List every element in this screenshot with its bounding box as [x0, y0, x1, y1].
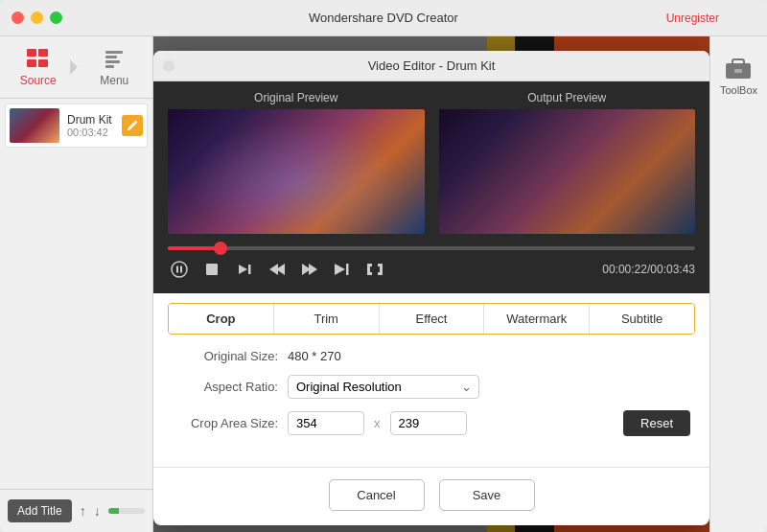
minimize-button[interactable] — [31, 12, 43, 24]
original-size-label: Original Size: — [173, 349, 278, 363]
svg-marker-12 — [239, 265, 247, 274]
aspect-ratio-row: Aspect Ratio: Original Resolution 16:9 4… — [173, 375, 690, 399]
menu-label: Menu — [100, 74, 128, 87]
top-nav: Source Menu — [0, 36, 152, 99]
output-video-content — [439, 109, 696, 234]
svg-rect-4 — [105, 51, 123, 54]
original-size-row: Original Size: 480 * 270 — [173, 349, 690, 363]
window-controls — [12, 12, 62, 24]
svg-marker-17 — [309, 264, 317, 275]
crop-height-input[interactable] — [390, 411, 467, 435]
scrubber-fill — [168, 246, 221, 250]
skip-end-icon — [334, 263, 351, 276]
bottom-bar: Add Title ↑ ↓ — [0, 489, 152, 532]
tab-effect[interactable]: Effect — [380, 304, 485, 334]
timeline-area: 00:00:22/00:03:43 — [153, 239, 709, 293]
forward-button[interactable] — [298, 258, 321, 281]
modal-overlay: Video Editor - Drum Kit Original Preview… — [153, 36, 709, 532]
svg-rect-22 — [734, 69, 742, 73]
progress-bar-container — [108, 508, 145, 514]
left-sidebar: Source Menu — [0, 36, 153, 532]
pause-icon — [171, 261, 188, 278]
dialog-title: Video Editor - Drum Kit — [368, 58, 496, 73]
center-content: Video Editor - Drum Kit Original Preview… — [153, 36, 709, 532]
unregister-button[interactable]: Unregister — [666, 12, 719, 25]
scrubber-track[interactable] — [168, 246, 695, 250]
preview-area: Original Preview Output Preview — [153, 81, 709, 239]
svg-rect-6 — [105, 60, 120, 63]
svg-rect-2 — [27, 59, 36, 67]
list-item[interactable]: Drum Kit 00:03:42 — [5, 104, 148, 148]
svg-rect-9 — [176, 266, 178, 273]
output-preview-section: Output Preview — [439, 91, 696, 234]
rewind-button[interactable] — [266, 258, 289, 281]
next-frame-icon — [236, 261, 253, 278]
dialog-close[interactable] — [163, 60, 174, 72]
right-sidebar: ToolBox — [709, 36, 767, 532]
stop-button[interactable] — [200, 258, 223, 281]
svg-rect-5 — [105, 56, 117, 58]
reset-button[interactable]: Reset — [623, 410, 690, 436]
tabs-row: Crop Trim Effect Watermark Subtitle — [168, 303, 695, 335]
original-preview-section: Original Preview — [168, 91, 425, 234]
svg-rect-11 — [206, 264, 218, 275]
scrubber-thumb[interactable] — [214, 242, 227, 255]
app-window: Wondershare DVD Creator Unregister Sourc… — [0, 0, 767, 532]
playback-controls: 00:00:22/00:03:43 — [168, 258, 695, 289]
svg-rect-1 — [38, 49, 48, 57]
source-label: Source — [20, 74, 57, 87]
time-display: 00:00:22/00:03:43 — [602, 263, 695, 276]
cancel-button[interactable]: Cancel — [329, 479, 425, 511]
toolbox-label: ToolBox — [720, 84, 757, 96]
crop-tab-content: Original Size: 480 * 270 Aspect Ratio: O… — [153, 335, 709, 462]
tab-subtitle[interactable]: Subtitle — [590, 304, 694, 334]
expand-button[interactable] — [363, 258, 386, 281]
unregister-label: Unregister — [666, 12, 719, 25]
aspect-ratio-select[interactable]: Original Resolution 16:9 4:3 1:1 — [288, 375, 479, 399]
crop-separator: x — [374, 416, 381, 430]
tab-trim[interactable]: Trim — [274, 304, 380, 334]
original-video-content — [168, 109, 425, 234]
toolbox-item[interactable]: ToolBox — [716, 46, 761, 104]
tab-crop[interactable]: Crop — [169, 304, 274, 334]
nav-menu[interactable]: Menu — [77, 36, 153, 98]
output-preview-label: Output Preview — [527, 91, 606, 104]
original-preview-video — [168, 109, 425, 234]
svg-rect-13 — [248, 265, 251, 274]
original-preview-label: Original Preview — [254, 91, 337, 104]
svg-rect-3 — [38, 59, 48, 67]
progress-bar-fill — [108, 508, 119, 514]
close-button[interactable] — [12, 12, 24, 24]
down-arrow-button[interactable]: ↓ — [94, 503, 101, 519]
source-icon — [25, 47, 52, 70]
crop-width-input[interactable] — [288, 411, 364, 435]
app-title: Wondershare DVD Creator — [309, 11, 458, 25]
svg-rect-19 — [346, 264, 349, 275]
maximize-button[interactable] — [50, 12, 62, 24]
output-preview-video — [439, 109, 696, 234]
menu-icon — [103, 47, 126, 70]
pause-button[interactable] — [168, 258, 191, 281]
aspect-ratio-select-wrapper: Original Resolution 16:9 4:3 1:1 — [288, 375, 479, 399]
svg-point-8 — [172, 262, 187, 277]
save-button[interactable]: Save — [439, 479, 535, 511]
stop-icon — [204, 262, 220, 277]
svg-rect-7 — [105, 65, 114, 68]
svg-rect-21 — [732, 59, 744, 65]
edit-icon — [126, 119, 139, 132]
add-title-button[interactable]: Add Title — [8, 499, 72, 522]
tab-watermark[interactable]: Watermark — [484, 304, 590, 334]
skip-end-button[interactable] — [331, 258, 354, 281]
forward-icon — [301, 263, 318, 276]
dialog-titlebar: Video Editor - Drum Kit — [153, 51, 709, 81]
svg-rect-10 — [180, 266, 182, 273]
edit-badge[interactable] — [122, 115, 143, 136]
next-frame-button[interactable] — [233, 258, 256, 281]
nav-source[interactable]: Source — [0, 36, 77, 98]
main-layout: Source Menu — [0, 36, 767, 532]
svg-rect-0 — [27, 49, 36, 57]
up-arrow-button[interactable]: ↑ — [80, 503, 86, 519]
toolbox-icon — [724, 54, 753, 81]
title-bar: Wondershare DVD Creator Unregister — [0, 0, 767, 36]
video-editor-dialog: Video Editor - Drum Kit Original Preview… — [153, 51, 709, 525]
